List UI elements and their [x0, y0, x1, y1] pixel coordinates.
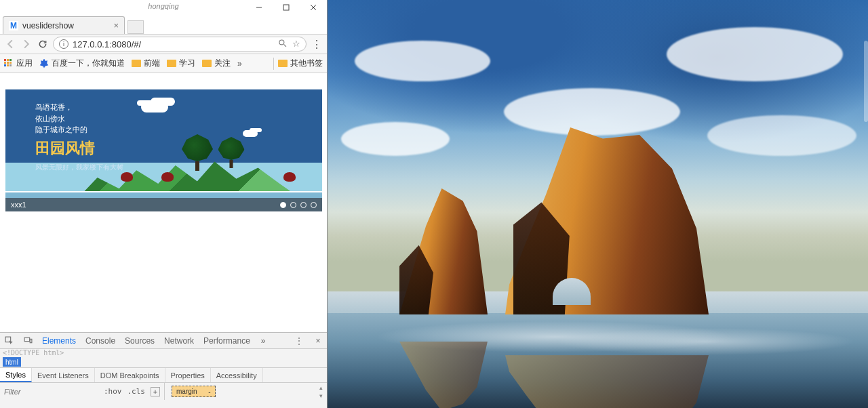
bookmark-label: 百度一下，你就知道	[52, 58, 125, 69]
wallpaper-rock-large	[505, 127, 709, 314]
bookmarks-overflow[interactable]: »	[237, 59, 242, 68]
styles-tab-accessibility[interactable]: Accessibility	[211, 368, 263, 382]
address-bar[interactable]: i 127.0.0.1:8080/#/ ☆	[53, 37, 307, 52]
svg-rect-7	[24, 338, 30, 341]
devtools-tab-sources[interactable]: Sources	[125, 336, 155, 346]
new-tab-button[interactable]	[127, 20, 144, 34]
back-button[interactable]	[4, 38, 16, 50]
bookmark-item[interactable]: 百度一下，你就知道	[39, 58, 125, 69]
elements-source-line: <!DOCTYPE html>	[0, 349, 327, 356]
wallpaper-reflection	[505, 355, 709, 408]
devtools-menu-icon[interactable]: ⋮	[294, 336, 304, 346]
devtools-panel: Elements Console Sources Network Perform…	[0, 332, 327, 408]
other-bookmarks[interactable]: 其他书签	[278, 58, 323, 69]
devtools-tabs-overflow[interactable]: »	[261, 336, 266, 346]
svg-line-5	[284, 45, 286, 47]
slider-caption-bar: xxx1	[5, 198, 322, 211]
cloud-icon	[141, 102, 168, 113]
bookmark-label: 学习	[179, 58, 195, 69]
page-viewport: 鸟语花香， 依山傍水 隐于城市之中的 田园风情 风景无限好，我家楼下有大树 xx…	[0, 73, 327, 332]
box-model-diagram: margin - ▴▾	[165, 384, 327, 399]
cls-toggle[interactable]: .cls	[127, 387, 146, 396]
box-label: margin	[176, 388, 197, 395]
styles-tab-eventlisteners[interactable]: Event Listeners	[32, 368, 95, 382]
desktop-wallpaper	[328, 0, 868, 408]
wallpaper-reflection	[399, 342, 488, 408]
window-titlebar: hongqing	[0, 0, 327, 15]
tab-favicon: M	[9, 21, 18, 30]
svg-point-4	[279, 40, 284, 45]
slider-dot[interactable]	[311, 202, 317, 208]
bookmark-folder[interactable]: 前端	[132, 58, 160, 69]
bookmarks-bar: 应用 百度一下，你就知道 前端 学习 关注 » 其他书签	[0, 54, 327, 73]
cloud-icon	[243, 130, 258, 137]
slogan-line: 依山傍水	[35, 113, 123, 125]
wallpaper-rock-small	[399, 188, 488, 314]
tab-strip: M vueslidershow ×	[0, 15, 327, 34]
close-button[interactable]	[300, 0, 327, 15]
slider-dot[interactable]	[290, 202, 296, 208]
hov-toggle[interactable]: :hov	[104, 387, 122, 396]
apps-shortcut[interactable]: 应用	[4, 58, 33, 69]
devtools-tab-console[interactable]: Console	[85, 336, 115, 346]
bookmark-label: 关注	[214, 58, 231, 69]
chrome-window: hongqing M vueslidershow × i 127.0.0.1:8…	[0, 0, 328, 408]
slider-dot[interactable]	[300, 202, 307, 208]
new-style-rule-button[interactable]: +	[151, 387, 160, 396]
bookmark-folder[interactable]: 关注	[202, 58, 231, 69]
svg-rect-8	[30, 339, 32, 342]
slider-dots	[280, 202, 317, 208]
slider-dot[interactable]	[280, 202, 286, 208]
divider	[273, 58, 274, 70]
styles-filter-row: :hov .cls + margin - ▴▾	[0, 382, 327, 400]
devtools-tab-elements[interactable]: Elements	[42, 336, 76, 346]
apps-icon	[4, 59, 14, 68]
search-in-page-icon[interactable]	[278, 39, 287, 49]
reload-button[interactable]	[37, 38, 49, 50]
url-text: 127.0.0.1:8080/#/	[73, 39, 141, 49]
device-toolbar-icon[interactable]	[23, 336, 33, 346]
styles-filter-input[interactable]	[4, 388, 98, 396]
baidu-icon	[39, 59, 49, 68]
elements-breadcrumb: html	[0, 356, 327, 367]
window-title: hongqing	[148, 2, 178, 10]
tab-title: vueslidershow	[22, 21, 74, 30]
devtools-close-icon[interactable]: ×	[313, 336, 323, 346]
bookmark-label: 其他书签	[290, 58, 323, 69]
window-controls	[245, 0, 327, 15]
svg-rect-1	[283, 5, 289, 10]
breadcrumb-node[interactable]: html	[3, 357, 21, 367]
forward-button[interactable]	[20, 38, 33, 50]
vue-slider[interactable]: 鸟语花香， 依山傍水 隐于城市之中的 田园风情 风景无限好，我家楼下有大树 xx…	[5, 89, 322, 211]
styles-tabbar: Styles Event Listeners DOM Breakpoints P…	[0, 367, 327, 382]
inspect-element-icon[interactable]	[4, 336, 14, 346]
browser-toolbar: i 127.0.0.1:8080/#/ ☆ ⋮	[0, 34, 327, 54]
folder-icon	[278, 60, 288, 67]
styles-tab-styles[interactable]: Styles	[0, 368, 32, 382]
bookmark-label: 前端	[144, 58, 160, 69]
bookmark-star-icon[interactable]: ☆	[292, 39, 300, 49]
site-info-icon[interactable]: i	[59, 39, 68, 49]
devtools-tabbar: Elements Console Sources Network Perform…	[0, 333, 327, 349]
bookmark-folder[interactable]: 学习	[167, 58, 195, 69]
styles-tab-properties[interactable]: Properties	[165, 368, 211, 382]
box-model-margin: margin -	[172, 386, 216, 397]
folder-icon	[202, 60, 212, 67]
minimize-button[interactable]	[245, 0, 273, 15]
devtools-tab-performance[interactable]: Performance	[203, 336, 250, 346]
maximize-button[interactable]	[273, 0, 300, 15]
slide-caption: xxx1	[11, 201, 26, 209]
browser-tab[interactable]: M vueslidershow ×	[3, 16, 125, 34]
tab-close-icon[interactable]: ×	[113, 20, 119, 30]
styles-tab-dombreakpoints[interactable]: DOM Breakpoints	[95, 368, 165, 382]
slogan-sub: 风景无限好，我家楼下有大树	[35, 162, 123, 172]
diagram-scroll[interactable]: ▴▾	[319, 384, 323, 399]
devtools-tab-network[interactable]: Network	[164, 336, 194, 346]
slide-text: 鸟语花香， 依山傍水 隐于城市之中的 田园风情 风景无限好，我家楼下有大树	[35, 102, 123, 172]
apps-label: 应用	[16, 58, 33, 69]
scrollbar-thumb[interactable]	[864, 41, 868, 122]
slogan-line: 鸟语花香，	[35, 102, 123, 113]
folder-icon	[132, 60, 141, 67]
chrome-menu-button[interactable]: ⋮	[311, 38, 323, 50]
box-value: -	[208, 388, 210, 396]
